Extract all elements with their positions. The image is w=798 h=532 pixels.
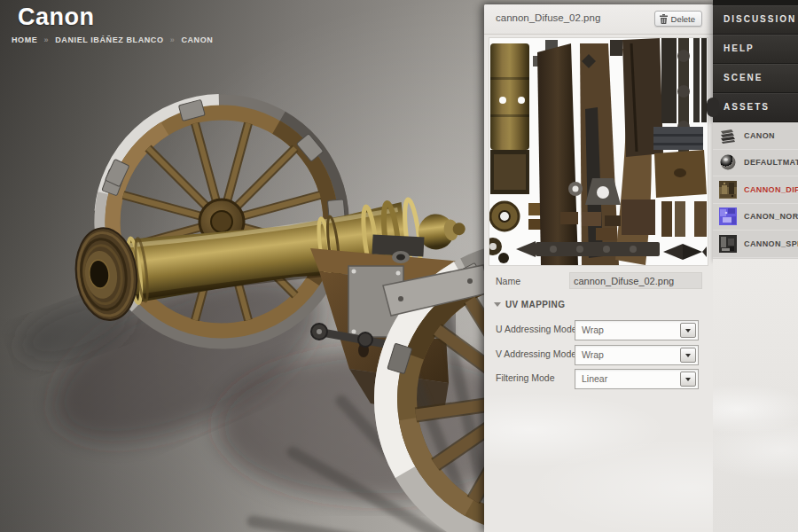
panel-title: cannon_Difuse_02.png	[496, 12, 600, 23]
asset-label: CANNON_DIFUSE_02	[744, 185, 798, 194]
delete-button[interactable]: Delete	[654, 11, 702, 27]
filtering-mode-select[interactable]: Linear	[575, 369, 699, 389]
panel-header: cannon_Difuse_02.png Delete	[484, 4, 713, 35]
tab-help[interactable]: HELP	[713, 35, 798, 63]
uv-mapping-section-header[interactable]: UV MAPPING	[494, 300, 565, 309]
breadcrumb-separator: »	[44, 35, 50, 44]
texture-inspector-panel: cannon_Difuse_02.png Delete	[484, 4, 713, 532]
dropdown-arrow-icon	[680, 348, 696, 363]
name-input[interactable]	[569, 272, 702, 289]
uv-mapping-section-label: UV MAPPING	[505, 300, 565, 309]
texture-preview	[489, 37, 708, 266]
filtering-mode-value: Linear	[582, 373, 607, 384]
asset-row-cannon-specular[interactable]: CANNON_SPECULAR	[713, 231, 798, 258]
mesh-stack-icon	[719, 128, 737, 144]
asset-row-canon-normal-01[interactable]: CANON_NORMAL_01	[713, 204, 798, 231]
page-title: Canon	[18, 4, 95, 31]
specular-texture-thumbnail	[719, 235, 737, 253]
asset-label: CANNON_SPECULAR	[744, 239, 798, 248]
breadcrumb-current[interactable]: CANON	[181, 35, 213, 44]
texture-atlas-image	[489, 38, 708, 265]
asset-label: CANON_NORMAL_01	[744, 212, 798, 221]
v-addressing-value: Wrap	[582, 349, 604, 360]
v-addressing-label: V Addressing Mode	[496, 348, 576, 359]
asset-list: CANON DEFAULTMATERIAL CANNON	[713, 122, 798, 259]
diffuse-texture-thumbnail	[719, 181, 737, 199]
trash-icon	[660, 14, 668, 24]
asset-row-defaultmaterial[interactable]: DEFAULTMATERIAL	[713, 150, 798, 177]
v-addressing-select[interactable]: Wrap	[575, 345, 699, 365]
asset-label: DEFAULTMATERIAL	[744, 158, 798, 167]
tab-scene[interactable]: SCENE	[713, 64, 798, 92]
u-addressing-value: Wrap	[582, 325, 604, 335]
delete-button-label: Delete	[671, 14, 695, 24]
tab-discussion[interactable]: DISCUSSION	[713, 5, 798, 34]
name-field-label: Name	[496, 276, 520, 286]
tab-assets[interactable]: ASSETS	[713, 93, 798, 121]
sidebar-tabs: DISCUSSION HELP SCENE ASSETS	[713, 0, 798, 122]
asset-row-cannon-difuse-02[interactable]: CANNON_DIFUSE_02	[713, 176, 798, 204]
asset-row-canon[interactable]: CANON	[713, 122, 798, 150]
asset-label: CANON	[744, 131, 775, 140]
right-sidebar: DISCUSSION HELP SCENE ASSETS CANON	[713, 0, 798, 532]
breadcrumb-home[interactable]: HOME	[12, 35, 37, 44]
dropdown-arrow-icon	[680, 323, 696, 338]
material-sphere-icon	[719, 153, 737, 171]
breadcrumb: HOME » DANIEL IBÁÑEZ BLANCO » CANON	[12, 35, 213, 44]
dropdown-arrow-icon	[680, 372, 696, 387]
breadcrumb-author[interactable]: DANIEL IBÁÑEZ BLANCO	[55, 35, 163, 44]
sidebar-background	[713, 259, 798, 532]
u-addressing-label: U Addressing Mode	[496, 324, 577, 334]
u-addressing-select[interactable]: Wrap	[575, 320, 699, 340]
collapse-triangle-icon	[494, 302, 501, 307]
breadcrumb-separator: »	[170, 35, 176, 44]
normal-texture-thumbnail	[719, 207, 737, 225]
filtering-mode-label: Filtering Mode	[496, 372, 555, 383]
